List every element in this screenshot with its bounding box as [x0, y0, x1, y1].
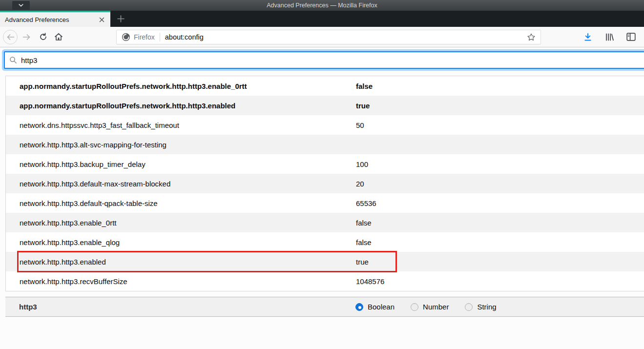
- pref-row[interactable]: network.http.http3.default-qpack-table-s…: [6, 193, 644, 213]
- pref-row[interactable]: network.http.http3.alt-svc-mapping-for-t…: [6, 135, 644, 154]
- pref-value: true: [356, 102, 644, 110]
- back-button[interactable]: [3, 30, 18, 44]
- radio-button-icon[interactable]: [465, 303, 473, 311]
- new-pref-name: http3: [5, 303, 355, 311]
- library-icon: [605, 33, 614, 41]
- radio-label[interactable]: Boolean: [368, 303, 395, 311]
- add-pref-row: http3 Boolean Number String: [5, 297, 644, 317]
- plus-icon: [117, 15, 125, 22]
- pref-name: app.normandy.startupRolloutPrefs.network…: [6, 82, 356, 90]
- pref-type-radio-group: Boolean Number String: [355, 303, 497, 311]
- pref-name: app.normandy.startupRolloutPrefs.network…: [6, 102, 356, 110]
- back-icon: [6, 34, 15, 41]
- site-identity-button[interactable]: Firefox: [122, 33, 155, 41]
- pref-name: network.http.http3.enable_0rtt: [6, 219, 356, 227]
- window-title: Advanced Preferences — Mozilla Firefox: [267, 2, 377, 9]
- pref-value: 100: [356, 160, 644, 168]
- pref-value: 1048576: [356, 277, 644, 286]
- home-button[interactable]: [52, 30, 65, 44]
- url-bar[interactable]: Firefox about:config: [116, 30, 541, 44]
- tab-advanced-preferences[interactable]: Advanced Preferences: [0, 11, 110, 27]
- pref-type-option[interactable]: String: [465, 303, 496, 311]
- navigation-toolbar: Firefox about:config: [0, 27, 644, 47]
- bookmark-star-icon: [527, 33, 536, 41]
- chevron-down-icon: [18, 3, 24, 7]
- pref-row[interactable]: network.http.http3.enable_qlog false: [6, 232, 644, 252]
- downloads-button[interactable]: [582, 31, 594, 43]
- pref-name: network.http.http3.alt-svc-mapping-for-t…: [6, 141, 356, 149]
- pref-value: false: [356, 82, 644, 90]
- pref-type-option[interactable]: Boolean: [355, 303, 395, 311]
- tab-title: Advanced Preferences: [5, 16, 97, 23]
- radio-label[interactable]: Number: [423, 303, 449, 311]
- identity-label: Firefox: [134, 33, 155, 41]
- forward-button[interactable]: [20, 30, 33, 44]
- download-icon: [583, 33, 592, 41]
- address-text: about:config: [165, 33, 525, 41]
- bookmark-button[interactable]: [525, 31, 538, 43]
- search-icon: [9, 56, 17, 64]
- pref-value: 20: [356, 180, 644, 188]
- pref-value: 50: [356, 121, 644, 129]
- close-icon[interactable]: [97, 15, 106, 24]
- pref-name: network.dns.httpssvc.http3_fast_fallback…: [6, 121, 356, 129]
- home-icon: [54, 33, 63, 41]
- toolbar-right-icons: [582, 31, 640, 43]
- pref-name: network.http.http3.default-max-stream-bl…: [6, 180, 356, 188]
- pref-name: network.http.http3.enable_qlog: [6, 238, 356, 246]
- pref-row[interactable]: network.http.http3.enabled true: [6, 252, 644, 271]
- pref-value: false: [356, 219, 644, 227]
- pref-row[interactable]: network.http.http3.enable_0rtt false: [6, 213, 644, 232]
- pref-name: network.http.http3.default-qpack-table-s…: [6, 199, 356, 207]
- radio-button-icon[interactable]: [355, 303, 363, 311]
- pref-type-option[interactable]: Number: [411, 303, 449, 311]
- pref-name: network.http.http3.recvBufferSize: [6, 277, 356, 286]
- pref-row[interactable]: network.http.http3.recvBufferSize 104857…: [6, 271, 644, 291]
- tab-bar: Advanced Preferences: [0, 11, 644, 27]
- forward-icon: [22, 34, 31, 41]
- library-button[interactable]: [603, 31, 616, 43]
- pref-name: network.http.http3.enabled: [6, 258, 356, 266]
- pref-row[interactable]: network.dns.httpssvc.http3_fast_fallback…: [6, 115, 644, 135]
- preferences-table: app.normandy.startupRolloutPrefs.network…: [5, 76, 644, 291]
- sidebar-icon: [626, 33, 636, 41]
- urlbar-separator: [160, 33, 160, 41]
- pref-value: 65536: [356, 199, 644, 207]
- search-input[interactable]: [21, 56, 641, 64]
- pref-row[interactable]: network.http.http3.default-max-stream-bl…: [6, 174, 644, 193]
- reload-icon: [39, 33, 47, 41]
- pref-row[interactable]: network.http.http3.backup_timer_delay 10…: [6, 154, 644, 174]
- pref-search-box[interactable]: [4, 51, 644, 69]
- titlebar-menu-button[interactable]: [12, 1, 30, 10]
- pref-row[interactable]: app.normandy.startupRolloutPrefs.network…: [6, 96, 644, 115]
- radio-button-icon[interactable]: [411, 303, 418, 311]
- firefox-logo-icon: [122, 33, 130, 41]
- window-titlebar: Advanced Preferences — Mozilla Firefox: [0, 0, 644, 11]
- pref-row[interactable]: app.normandy.startupRolloutPrefs.network…: [6, 76, 644, 96]
- about-config-page: app.normandy.startupRolloutPrefs.network…: [0, 51, 644, 331]
- radio-label[interactable]: String: [477, 303, 496, 311]
- new-tab-button[interactable]: [110, 11, 131, 27]
- pref-value: false: [356, 238, 644, 246]
- pref-name: network.http.http3.backup_timer_delay: [6, 160, 356, 168]
- reload-button[interactable]: [36, 30, 50, 44]
- pref-value: true: [356, 258, 644, 266]
- sidebars-button[interactable]: [624, 31, 637, 43]
